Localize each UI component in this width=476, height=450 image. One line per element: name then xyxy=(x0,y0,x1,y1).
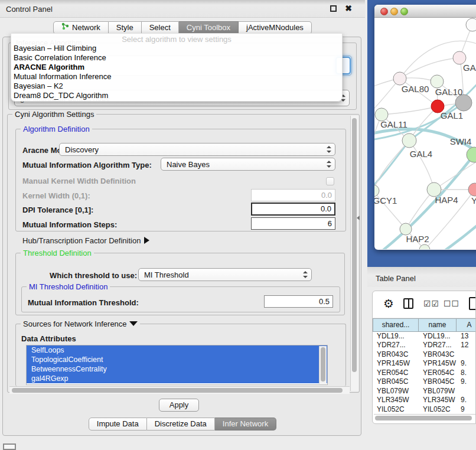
table-cell[interactable] xyxy=(457,350,476,360)
node-GAL4[interactable] xyxy=(402,133,416,148)
node-GAL4-label: GAL4 xyxy=(410,149,432,159)
column-header-shared-[interactable]: shared... xyxy=(373,318,419,332)
network-canvas[interactable]: GALGAL80GAL10GAL1GAL11SWI4GAL4GCY1HAP4YH… xyxy=(374,18,476,249)
algorithm-option-aracne-algorithm[interactable]: ARACNE Algorithm xyxy=(11,63,342,72)
table-cell[interactable]: YBL079W xyxy=(419,387,457,396)
table-row: YDL19...YDL19...13 xyxy=(373,332,475,341)
close-panel-icon[interactable]: ✖ xyxy=(345,4,352,13)
settings-vertical-scrollbar[interactable] xyxy=(350,116,358,391)
zoom-window-icon[interactable] xyxy=(400,8,408,15)
tab-cyni-toolbox[interactable]: Cyni Toolbox xyxy=(179,21,239,34)
manual-kernel-checkbox[interactable] xyxy=(326,177,334,185)
minimize-window-icon[interactable] xyxy=(390,8,398,15)
node-SWI4[interactable] xyxy=(467,147,476,162)
columns-icon[interactable] xyxy=(403,298,413,309)
mi-algorithm-type-select[interactable]: Naive Bayes xyxy=(161,158,335,171)
tab-select[interactable]: Select xyxy=(142,21,179,34)
scrollbar-thumb[interactable] xyxy=(375,416,472,420)
close-window-icon[interactable] xyxy=(380,8,388,15)
network-window-titlebar[interactable] xyxy=(374,5,476,18)
table-cell[interactable]: YIL052C xyxy=(419,405,457,415)
mi-steps-field[interactable]: 6 xyxy=(251,217,335,230)
apply-button[interactable]: Apply xyxy=(159,399,199,412)
table-cell[interactable]: 9. xyxy=(457,359,476,369)
scrollbar-thumb[interactable] xyxy=(321,347,325,381)
table-cell[interactable]: 13 xyxy=(457,332,476,341)
data-attribute-option-selfloops[interactable]: SelfLoops xyxy=(27,345,327,355)
float-panel-icon[interactable] xyxy=(330,5,337,12)
table-cell[interactable]: YBR043C xyxy=(373,350,419,360)
select-all-checkboxes-icon[interactable]: ☑☑ xyxy=(423,299,439,308)
dpi-tolerance-field[interactable]: 0.0 xyxy=(251,203,335,216)
algorithm-option-bayesian-k2[interactable]: Bayesian – K2 xyxy=(11,81,342,91)
list-vertical-scrollbar[interactable] xyxy=(319,346,327,384)
data-attribute-option-topologicalcoefficient[interactable]: TopologicalCoefficient xyxy=(27,355,327,364)
table-cell[interactable]: YBR045C xyxy=(373,377,419,387)
tab-network[interactable]: Network xyxy=(53,21,109,34)
node-GAL10[interactable] xyxy=(431,75,444,88)
table-cell[interactable]: 12 xyxy=(457,341,476,350)
settings-horizontal-scrollbar[interactable] xyxy=(9,386,350,394)
node-top-partial[interactable] xyxy=(466,18,476,31)
node-GAL80[interactable] xyxy=(393,72,406,85)
document-icon[interactable] xyxy=(469,297,476,310)
table-row: YER054CYER054C8. xyxy=(373,369,475,378)
tab-infer-network[interactable]: Infer Network xyxy=(215,418,276,431)
scrollbar-thumb[interactable] xyxy=(12,388,343,393)
table-cell[interactable]: YER054C xyxy=(373,369,419,378)
tab-style[interactable]: Style xyxy=(109,21,142,34)
algorithm-option-dream8-dc-tdc-algorithm[interactable]: Dream8 DC_TDC Algorithm xyxy=(11,91,342,100)
algorithm-option-mutual-information-inference[interactable]: Mutual Information Inference xyxy=(11,72,342,81)
table-cell[interactable]: YIL052C xyxy=(373,405,419,415)
table-cell[interactable]: YBL079W xyxy=(373,387,419,396)
table-cell[interactable]: YDR27... xyxy=(419,341,457,350)
tab-jactivemnodules[interactable]: jActiveMNodules xyxy=(239,21,312,34)
node-GCY1[interactable] xyxy=(374,185,379,197)
deselect-all-checkboxes-icon[interactable]: ☐☐ xyxy=(444,299,459,308)
table-header-row: shared...nameA xyxy=(373,318,475,332)
node-HAP2[interactable] xyxy=(400,223,412,235)
algorithm-option-bayesian-hill-climbing[interactable]: Bayesian – Hill Climbing xyxy=(11,44,342,53)
dropdown-placeholder: Select algorithm to view settings xyxy=(11,34,342,44)
node-gray[interactable] xyxy=(455,94,472,111)
table-cell[interactable]: YPR145W xyxy=(373,359,419,369)
data-attribute-option-gal4rgexp[interactable]: gal4RGexp xyxy=(27,374,327,383)
table-cell[interactable]: 8. xyxy=(457,369,476,378)
mi-threshold-field[interactable]: 0.5 xyxy=(264,295,333,308)
node-SWI4-label: SWI4 xyxy=(450,136,472,146)
table-cell[interactable]: YDL19... xyxy=(419,332,457,341)
tab-impute-data[interactable]: Impute Data xyxy=(89,418,147,431)
table-cell[interactable]: YBR043C xyxy=(419,350,457,360)
scrollbar-thumb[interactable] xyxy=(352,118,357,372)
table-cell[interactable]: YPR145W xyxy=(419,359,457,369)
data-attribute-option-betweennesscentrality[interactable]: BetweennessCentrality xyxy=(27,364,327,374)
algorithm-option-basic-correlation-inference[interactable]: Basic Correlation Inference xyxy=(11,53,342,63)
table-cell[interactable]: YDR27... xyxy=(373,341,419,350)
table-cell[interactable]: 9. xyxy=(457,377,476,387)
table-horizontal-scrollbar[interactable] xyxy=(374,414,475,422)
node-GCY1-label: GCY1 xyxy=(374,195,397,206)
network-edge xyxy=(400,58,459,79)
gear-icon[interactable]: ⚙ xyxy=(383,296,394,311)
which-threshold-select[interactable]: MI Threshold xyxy=(138,268,312,281)
tab-discretize-data[interactable]: Discretize Data xyxy=(147,418,215,431)
kernel-width-field[interactable]: 0.0 xyxy=(251,189,335,201)
table-cell[interactable]: YLR345W xyxy=(419,396,457,405)
table-cell[interactable] xyxy=(457,387,476,396)
table-cell[interactable]: 9 xyxy=(457,405,476,415)
node-pink-right[interactable] xyxy=(468,183,476,196)
table-panel-body: ⚙ ☑☑ ☐☐ shared...nameA YDL19...YDL19...1… xyxy=(372,291,476,424)
splitter-collapse-arrow[interactable] xyxy=(357,216,360,220)
table-cell[interactable]: YDL19... xyxy=(373,332,419,341)
aracne-mode-select[interactable]: Discovery xyxy=(59,143,335,156)
network-edge xyxy=(409,141,434,190)
column-header-a[interactable]: A xyxy=(457,318,476,332)
table-cell[interactable]: YLR345W xyxy=(373,396,419,405)
minimized-panel-icon[interactable] xyxy=(3,444,16,450)
column-header-name[interactable]: name xyxy=(419,318,457,332)
table-cell[interactable]: YER054C xyxy=(419,369,457,378)
table-cell[interactable]: YBR045C xyxy=(419,377,457,387)
node-HAP4-label: HAP4 xyxy=(435,195,458,205)
hub-definition-toggle[interactable]: Hub/Transcription Factor Definition xyxy=(22,236,149,245)
table-cell[interactable]: 9. xyxy=(457,396,476,405)
